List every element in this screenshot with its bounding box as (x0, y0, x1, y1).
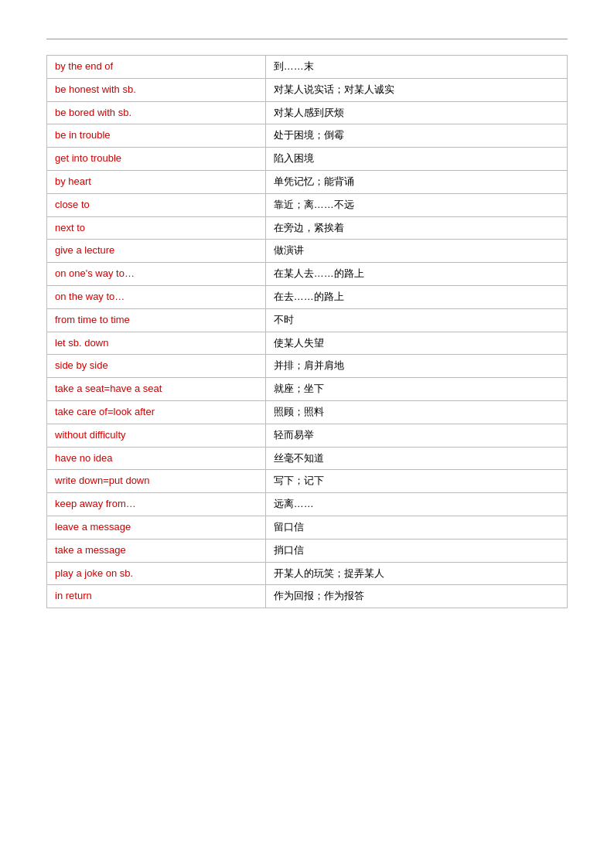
table-row: from time to time不时 (47, 308, 568, 332)
table-row: by the end of到……末 (47, 56, 568, 79)
page: by the end of到……末be honest with sb.对某人说实… (0, 0, 614, 868)
table-row: side by side并排；肩并肩地 (47, 355, 568, 378)
phrase-cell: side by side (47, 355, 266, 378)
phrase-cell: keep away from… (47, 493, 266, 516)
phrase-cell: play a joke on sb. (47, 562, 266, 585)
phrase-cell: from time to time (47, 308, 266, 332)
phrase-cell: take care of=look after (47, 400, 266, 424)
phrase-cell: on the way to… (47, 285, 266, 308)
translation-cell: 使某人失望 (265, 332, 567, 355)
phrase-cell: be honest with sb. (47, 78, 266, 101)
translation-cell: 写下；记下 (265, 470, 567, 493)
table-row: have no idea丝毫不知道 (47, 447, 568, 470)
table-row: let sb. down使某人失望 (47, 332, 568, 355)
table-row: keep away from…远离…… (47, 493, 568, 516)
table-row: get into trouble陷入困境 (47, 148, 568, 171)
table-row: in return作为回报；作为报答 (47, 585, 568, 608)
phrase-cell: let sb. down (47, 332, 266, 355)
translation-cell: 轻而易举 (265, 424, 567, 447)
translation-cell: 并排；肩并肩地 (265, 355, 567, 378)
table-row: be honest with sb.对某人说实话；对某人诚实 (47, 78, 568, 101)
phrase-cell: close to (47, 193, 266, 216)
phrase-cell: be bored with sb. (47, 101, 266, 124)
table-row: by heart单凭记忆；能背诵 (47, 170, 568, 193)
translation-cell: 留口信 (265, 516, 567, 539)
table-row: write down=put down写下；记下 (47, 470, 568, 493)
translation-cell: 做演讲 (265, 240, 567, 263)
table-row: next to在旁边，紧挨着 (47, 216, 568, 240)
table-row: take care of=look after照顾；照料 (47, 400, 568, 424)
phrase-cell: give a lecture (47, 240, 266, 263)
phrase-cell: next to (47, 216, 266, 240)
phrase-cell: write down=put down (47, 470, 266, 493)
translation-cell: 陷入困境 (265, 148, 567, 171)
table-row: be bored with sb.对某人感到厌烦 (47, 101, 568, 124)
translation-cell: 单凭记忆；能背诵 (265, 170, 567, 193)
translation-cell: 在某人去……的路上 (265, 263, 567, 286)
translation-cell: 照顾；照料 (265, 400, 567, 424)
table-row: close to靠近；离……不远 (47, 193, 568, 216)
phrase-cell: in return (47, 585, 266, 608)
table-row: without difficulty轻而易举 (47, 424, 568, 447)
translation-cell: 不时 (265, 308, 567, 332)
translation-cell: 处于困境；倒霉 (265, 124, 567, 148)
translation-cell: 对某人感到厌烦 (265, 101, 567, 124)
phrase-cell: without difficulty (47, 424, 266, 447)
translation-cell: 在去……的路上 (265, 285, 567, 308)
phrase-cell: have no idea (47, 447, 266, 470)
phrase-cell: get into trouble (47, 148, 266, 171)
table-row: be in trouble处于困境；倒霉 (47, 124, 568, 148)
translation-cell: 远离…… (265, 493, 567, 516)
phrase-cell: be in trouble (47, 124, 266, 148)
table-row: play a joke on sb.开某人的玩笑；捉弄某人 (47, 562, 568, 585)
translation-cell: 靠近；离……不远 (265, 193, 567, 216)
translation-cell: 作为回报；作为报答 (265, 585, 567, 608)
phrase-cell: by the end of (47, 56, 266, 79)
table-row: take a message捎口信 (47, 539, 568, 562)
table-row: on the way to…在去……的路上 (47, 285, 568, 308)
phrase-cell: leave a message (47, 516, 266, 539)
phrase-cell: take a seat=have a seat (47, 378, 266, 401)
translation-cell: 捎口信 (265, 539, 567, 562)
phrase-cell: take a message (47, 539, 266, 562)
table-row: on one's way to…在某人去……的路上 (47, 263, 568, 286)
translation-cell: 丝毫不知道 (265, 447, 567, 470)
table-row: take a seat=have a seat就座；坐下 (47, 378, 568, 401)
translation-cell: 到……末 (265, 56, 567, 79)
translation-cell: 对某人说实话；对某人诚实 (265, 78, 567, 101)
translation-cell: 在旁边，紧挨着 (265, 216, 567, 240)
translation-cell: 就座；坐下 (265, 378, 567, 401)
phrase-cell: on one's way to… (47, 263, 266, 286)
table-row: leave a message留口信 (47, 516, 568, 539)
phrase-cell: by heart (47, 170, 266, 193)
translation-cell: 开某人的玩笑；捉弄某人 (265, 562, 567, 585)
top-divider (46, 39, 568, 39)
vocabulary-table: by the end of到……末be honest with sb.对某人说实… (46, 55, 568, 608)
table-row: give a lecture做演讲 (47, 240, 568, 263)
